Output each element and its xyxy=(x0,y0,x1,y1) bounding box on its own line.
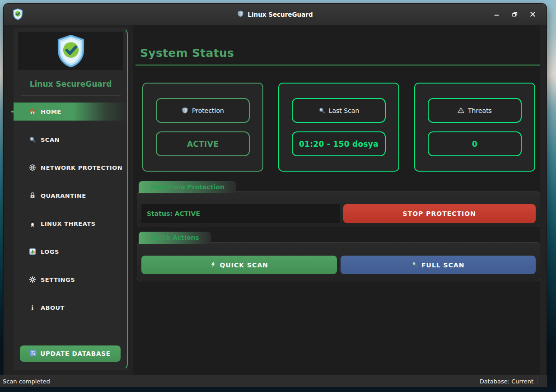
sidebar-item-label: LOGS xyxy=(41,248,59,255)
update-database-label: UPDATE DATABASE xyxy=(40,350,111,357)
sidebar-item-label: SCAN xyxy=(41,136,60,143)
lock-icon xyxy=(29,192,37,200)
close-button[interactable] xyxy=(527,9,538,20)
card-value: 0 xyxy=(472,140,477,149)
card-label: Protection xyxy=(192,107,224,114)
home-icon xyxy=(29,108,37,116)
sidebar: Linux SecureGuard HOMESCANNETWORK PROTEC… xyxy=(14,28,128,370)
status-message: Scan completed xyxy=(3,378,50,385)
card-value-box: 01:20 - 150 dosya xyxy=(292,131,386,156)
update-database-button[interactable]: UPDATE DATABASE xyxy=(20,345,121,362)
sidebar-item-label: LINUX THREATS xyxy=(41,220,96,227)
sidebar-item-label: SETTINGS xyxy=(41,276,75,283)
sidebar-item-settings[interactable]: SETTINGS xyxy=(14,271,128,289)
card-label: Last Scan xyxy=(329,107,360,114)
status-card-threats: Threats0 xyxy=(414,83,535,172)
card-value: 01:20 - 150 dosya xyxy=(299,140,378,149)
card-value-box: 0 xyxy=(428,131,522,156)
sidebar-item-scan[interactable]: SCAN xyxy=(14,131,128,149)
shield-icon xyxy=(237,10,244,19)
realtime-protection-box: Status: ACTIVE STOP PROTECTION xyxy=(137,191,540,227)
full-scan-label: FULL SCAN xyxy=(421,261,465,269)
app-logo xyxy=(18,32,123,70)
main-content: System Status ProtectionACTIVELast Scan0… xyxy=(133,25,540,375)
penguin-icon xyxy=(29,220,37,228)
statusbar-grip xyxy=(537,377,544,385)
quick-actions-tab: Quick Actions xyxy=(139,232,211,244)
card-label: Threats xyxy=(468,107,492,114)
realtime-protection-group: Real-Time Protection Status: ACTIVE STOP… xyxy=(133,172,540,227)
app-logo-icon xyxy=(12,8,24,20)
window-title: Linux SecureGuard xyxy=(248,11,313,18)
bolt-icon xyxy=(210,261,216,269)
warning-icon xyxy=(458,107,464,114)
full-scan-button[interactable]: FULL SCAN xyxy=(341,256,536,274)
card-label-box: Protection xyxy=(156,98,250,123)
stop-protection-label: STOP PROTECTION xyxy=(403,210,476,217)
sidebar-divider xyxy=(21,95,121,96)
sidebar-item-about[interactable]: iABOUT xyxy=(14,299,128,317)
quick-scan-label: QUICK SCAN xyxy=(220,261,268,269)
sidebar-item-label: HOME xyxy=(41,108,61,115)
status-card-protection: ProtectionACTIVE xyxy=(142,83,263,172)
app-name: Linux SecureGuard xyxy=(14,79,128,89)
chart-icon xyxy=(29,248,37,256)
sidebar-item-label: ABOUT xyxy=(41,304,65,311)
quick-actions-box: QUICK SCAN FULL SCAN xyxy=(137,242,540,281)
sidebar-item-quarantine[interactable]: QUARANTINE xyxy=(14,187,128,205)
card-label-box: Last Scan xyxy=(292,98,386,123)
sidebar-item-linux-threats[interactable]: LINUX THREATS xyxy=(14,215,128,233)
realtime-protection-tab: Real-Time Protection xyxy=(139,181,236,193)
desktop: Linux SecureGuard Linux SecureGuard HOME… xyxy=(0,0,556,392)
globe-icon xyxy=(29,164,37,172)
app-window: Linux SecureGuard Linux SecureGuard HOME… xyxy=(4,4,547,375)
sidebar-item-logs[interactable]: LOGS xyxy=(14,243,128,261)
window-controls xyxy=(491,9,538,20)
card-value-box: ACTIVE xyxy=(156,131,250,156)
shield-icon xyxy=(182,107,188,114)
search-icon xyxy=(29,136,37,144)
sidebar-item-label: NETWORK PROTECTION xyxy=(41,164,122,171)
sidebar-nav: HOMESCANNETWORK PROTECTIONQUARANTINELINU… xyxy=(14,103,128,317)
status-card-last-scan: Last Scan01:20 - 150 dosya xyxy=(278,83,399,172)
heading-rule xyxy=(135,65,540,65)
status-cards: ProtectionACTIVELast Scan01:20 - 150 dos… xyxy=(142,83,540,172)
search-icon xyxy=(411,261,418,269)
statusbar: Scan completed Database: Current xyxy=(0,375,547,387)
card-label-box: Threats xyxy=(428,98,522,123)
sidebar-item-home[interactable]: HOME xyxy=(14,103,128,121)
window-title-area: Linux SecureGuard xyxy=(4,4,547,25)
gear-icon xyxy=(29,276,37,284)
quick-scan-button[interactable]: QUICK SCAN xyxy=(141,256,337,274)
statusbar-divider xyxy=(475,377,475,385)
svg-text:i: i xyxy=(31,304,33,311)
info-icon: i xyxy=(29,304,37,312)
minimize-button[interactable] xyxy=(491,9,502,20)
search-icon xyxy=(318,107,325,114)
database-status: Database: Current xyxy=(480,378,533,385)
statusbar-right: Database: Current xyxy=(475,375,544,387)
card-value: ACTIVE xyxy=(187,140,219,149)
sidebar-item-label: QUARANTINE xyxy=(41,192,86,199)
refresh-icon xyxy=(30,350,37,358)
stop-protection-button[interactable]: STOP PROTECTION xyxy=(343,204,536,223)
active-item-marker xyxy=(11,111,15,112)
titlebar: Linux SecureGuard xyxy=(4,4,547,25)
maximize-button[interactable] xyxy=(509,9,520,20)
page-title: System Status xyxy=(140,46,540,61)
quick-actions-group: Quick Actions QUICK SCAN FULL SCAN xyxy=(133,227,540,281)
sidebar-item-network-protection[interactable]: NETWORK PROTECTION xyxy=(14,159,128,177)
protection-status: Status: ACTIVE xyxy=(141,204,340,223)
